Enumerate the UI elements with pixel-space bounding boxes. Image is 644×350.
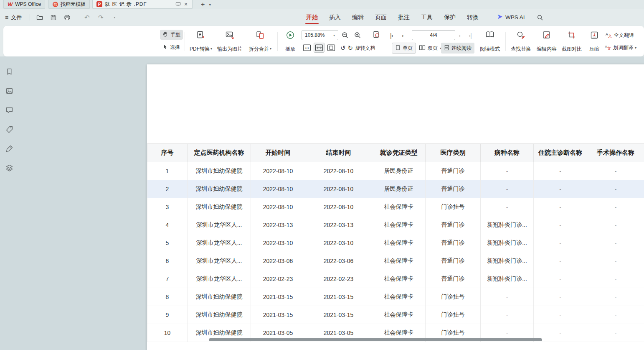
- table-cell: 9: [147, 306, 188, 324]
- actual-size-button[interactable]: 1:1: [302, 43, 312, 53]
- tab-overflow-chevron-icon[interactable]: ▾: [207, 0, 213, 9]
- rotate-left-icon[interactable]: ↺: [340, 44, 346, 52]
- tab-document[interactable]: P 就 医 记 录 .PDF ×: [92, 0, 193, 9]
- table-cell: 深圳市龙华区人...: [188, 216, 251, 234]
- word-translate-button[interactable]: A文 划词翻译 ▾: [605, 43, 636, 52]
- play-label: 播放: [285, 46, 295, 51]
- zoom-in-button[interactable]: [352, 30, 363, 40]
- page-number-input[interactable]: 4/4: [412, 30, 455, 40]
- tag-icon[interactable]: [4, 124, 14, 134]
- screenshot-compare-button[interactable]: 截图对比: [560, 29, 584, 54]
- hand-tool-button[interactable]: 手型: [160, 30, 183, 40]
- open-folder-icon[interactable]: [35, 13, 44, 22]
- new-tab-button[interactable]: +: [198, 0, 207, 9]
- next-page-button[interactable]: ›: [459, 30, 460, 40]
- column-header: 开始时间: [251, 144, 305, 162]
- read-mode-button[interactable]: 阅读模式: [478, 29, 502, 54]
- layers-icon[interactable]: [4, 163, 14, 173]
- ribbon-tab-convert[interactable]: 转换: [467, 9, 479, 26]
- divider: [277, 32, 278, 51]
- fit-page-button[interactable]: [326, 43, 337, 53]
- table-cell: -: [587, 324, 644, 342]
- find-replace-button[interactable]: 查找替换: [509, 29, 533, 54]
- tab-label: 就 医 记 录 .PDF: [105, 1, 173, 8]
- select-tool-button[interactable]: 选择: [160, 42, 183, 52]
- table-cell: -: [534, 252, 587, 270]
- history-chevron-icon[interactable]: ▾: [110, 13, 119, 22]
- single-page-icon: [395, 45, 401, 52]
- column-header: 就诊凭证类型: [372, 144, 426, 162]
- edit-content-button[interactable]: 编辑内容: [535, 29, 559, 54]
- window-tab-bar: W WPS Office 找 找稻壳模板 P 就 医 记 录 .PDF × + …: [0, 0, 644, 9]
- ribbon-tab-page[interactable]: 页面: [375, 9, 387, 26]
- previous-page-button[interactable]: ‹: [402, 30, 403, 40]
- table-cell: 社会保障卡: [372, 198, 426, 216]
- select-tool-label: 选择: [170, 44, 180, 51]
- play-button[interactable]: 播放: [281, 29, 300, 54]
- double-page-button[interactable]: 双页 ▾: [416, 43, 444, 54]
- full-translate-button[interactable]: A文 全文翻译: [606, 31, 634, 40]
- chevron-down-icon: ▾: [270, 47, 271, 51]
- export-image-button[interactable]: 输出为图片: [215, 29, 245, 54]
- wps-ai-button[interactable]: WPS AI: [497, 14, 525, 21]
- fit-width-button[interactable]: [314, 43, 325, 53]
- first-page-button[interactable]: |‹: [390, 30, 393, 40]
- ribbon-tab-protect[interactable]: 保护: [444, 9, 456, 26]
- thumbnail-icon[interactable]: [4, 86, 14, 96]
- monitor-icon[interactable]: [175, 2, 181, 7]
- print-icon[interactable]: [63, 13, 71, 22]
- wps-logo-icon: W: [8, 2, 13, 7]
- bookmark-icon[interactable]: [4, 66, 14, 77]
- table-cell: -: [534, 270, 587, 288]
- table-cell: 深圳市妇幼保健院: [188, 198, 251, 216]
- rotate-document-button[interactable]: ↺ ↻ 旋转文档: [337, 43, 378, 54]
- table-cell: 社会保障卡: [372, 252, 426, 270]
- page-zoom-icon[interactable]: [372, 30, 382, 40]
- ribbon-tab-tools[interactable]: 工具: [421, 9, 433, 26]
- horizontal-scrollbar[interactable]: [209, 338, 542, 341]
- ribbon-tab-insert[interactable]: 插入: [329, 9, 341, 26]
- comment-icon[interactable]: [4, 105, 14, 115]
- file-menu-button[interactable]: ≡ 文件: [3, 14, 24, 21]
- table-cell: 2022-03-13: [251, 216, 305, 234]
- table-cell: 深圳市妇幼保健院: [188, 180, 251, 198]
- table-cell: 2022-03-06: [251, 252, 305, 270]
- continuous-read-button[interactable]: 连续阅读: [441, 43, 474, 54]
- split-merge-button[interactable]: 拆分合并▾: [246, 29, 275, 54]
- save-icon[interactable]: [49, 13, 58, 22]
- ribbon-tabs: 开始插入编辑页面批注工具保护转换: [306, 9, 479, 26]
- ribbon-tab-home[interactable]: 开始: [306, 9, 318, 26]
- table-cell: 2022-08-10: [305, 162, 372, 180]
- table-cell: 深圳市妇幼保健院: [188, 162, 251, 180]
- tab-label: 找稻壳模板: [61, 1, 86, 8]
- tab-wps-home[interactable]: W WPS Office: [3, 0, 45, 9]
- table-cell: 深圳市龙华区人...: [188, 234, 251, 252]
- undo-icon[interactable]: ↶: [83, 13, 91, 22]
- chevron-down-icon: ▾: [635, 46, 636, 50]
- signature-pen-icon[interactable]: [4, 143, 14, 153]
- table-cell: 2022-02-23: [251, 270, 305, 288]
- word-translate-icon: A文: [605, 44, 611, 51]
- redo-icon[interactable]: ↷: [96, 13, 105, 22]
- hand-icon: [162, 31, 168, 38]
- zoom-level-select[interactable]: 105.88% ▾: [302, 30, 338, 40]
- quick-access-group: ≡ 文件 ↶ ↷ ▾: [3, 9, 119, 26]
- pdf-convert-button[interactable]: PDF转换▾: [187, 29, 215, 54]
- pdf-file-icon: P: [96, 1, 102, 7]
- rotate-right-icon[interactable]: ↻: [348, 44, 353, 52]
- compress-label: 压缩: [589, 46, 599, 51]
- last-page-button[interactable]: ›|: [469, 30, 472, 40]
- ribbon-tab-comment[interactable]: 批注: [398, 9, 410, 26]
- tab-docer[interactable]: 找 找稻壳模板: [48, 0, 90, 9]
- chevron-down-icon: ▾: [333, 33, 335, 37]
- column-header: 定点医药机构名称: [188, 144, 251, 162]
- zoom-out-button[interactable]: [340, 30, 350, 40]
- compress-button[interactable]: 压缩: [586, 29, 603, 54]
- search-icon[interactable]: [536, 13, 544, 22]
- single-page-button[interactable]: 单页: [392, 43, 416, 54]
- table-row: 6深圳市龙华区人...2022-03-062022-03-06社会保障卡普通门诊…: [147, 252, 644, 270]
- table-row: 2深圳市妇幼保健院2022-08-102022-08-10居民身份证普通门诊--…: [147, 180, 644, 198]
- close-tab-icon[interactable]: ×: [183, 1, 188, 7]
- table-cell: 普通门诊: [426, 252, 481, 270]
- ribbon-tab-edit[interactable]: 编辑: [352, 9, 364, 26]
